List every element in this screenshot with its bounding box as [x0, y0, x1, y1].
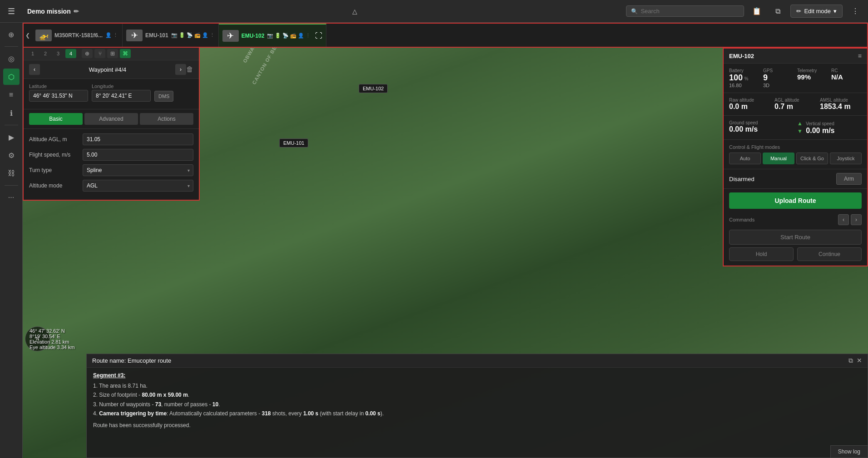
sidebar-item-tools[interactable]: ⚙: [3, 147, 20, 163]
search-input[interactable]: [641, 8, 731, 15]
prev-command-button[interactable]: ‹: [838, 214, 849, 225]
emu102-list-icon[interactable]: ≡: [858, 52, 862, 59]
auto-mode-button[interactable]: Auto: [729, 153, 761, 164]
sidebar-item-location[interactable]: ◎: [3, 50, 20, 67]
arm-button[interactable]: Arm: [836, 173, 862, 185]
emu102-info: EMU-102: [242, 33, 265, 39]
tab-advanced[interactable]: Advanced: [84, 113, 138, 125]
emu102-panel-header: EMU-102 ≡: [724, 49, 867, 64]
sidebar-item-expand[interactable]: ⊕: [3, 26, 20, 43]
emu101-person-icon[interactable]: 👤: [202, 32, 208, 38]
next-waypoint-button[interactable]: ›: [175, 64, 186, 75]
tab-basic[interactable]: Basic: [29, 113, 83, 125]
window-icon[interactable]: ⧉: [848, 357, 853, 364]
m350-avatar: 🚁: [35, 30, 52, 41]
alt-mode-label: Altitude mode: [29, 182, 79, 189]
prev-waypoint-button[interactable]: ‹: [29, 64, 40, 75]
continue-button[interactable]: Continue: [797, 247, 862, 261]
gps-label: GPS: [763, 68, 794, 73]
drone-tab-emu101[interactable]: ✈ EMU-101 📷 🔋 📡 📻 👤 ⋮: [123, 24, 219, 47]
latitude-input[interactable]: [29, 90, 88, 102]
emu101-name: EMU-101: [145, 32, 168, 39]
m350-person-icon[interactable]: 👤: [105, 32, 112, 38]
emu101-telemetry-icon[interactable]: 📡: [187, 32, 193, 38]
emu102-person-icon[interactable]: 👤: [298, 33, 304, 39]
alert-button[interactable]: △: [347, 3, 363, 20]
joystick-mode-button[interactable]: Joystick: [830, 153, 862, 164]
gps-stat: GPS 9 3D: [763, 68, 794, 88]
emu102-special-icon[interactable]: ⛶: [315, 32, 322, 40]
m350-info: M350RTK-1581f6...: [54, 32, 103, 39]
altitude-input[interactable]: [83, 133, 193, 145]
edit-mode-button[interactable]: ✏ Edit mode ▾: [790, 5, 843, 18]
tab-3[interactable]: 3: [53, 49, 64, 58]
delete-waypoint-button[interactable]: 🗑: [186, 65, 193, 74]
altitude-row: Altitude AGL, m: [29, 133, 193, 145]
speed-row: Flight speed, m/s: [29, 149, 193, 161]
agl-alt-value: 0.7 m: [774, 103, 816, 111]
fork-icon[interactable]: ⑂: [94, 49, 105, 58]
menu-button[interactable]: ☰: [0, 3, 23, 20]
rc-value: N/A: [831, 73, 862, 81]
manual-mode-button[interactable]: Manual: [763, 153, 794, 164]
tab-actions[interactable]: Actions: [140, 113, 193, 125]
upload-route-button[interactable]: Upload Route: [729, 192, 862, 209]
edit-mission-icon[interactable]: ✏: [74, 8, 79, 15]
emu102-camera-icon[interactable]: 📷: [267, 33, 273, 39]
speed-arrow-down-icon: ▼: [797, 128, 803, 134]
turn-select[interactable]: Spline Stop Straight: [83, 164, 193, 176]
chevron-down-icon: ▾: [833, 8, 837, 15]
emu102-rc-icon[interactable]: 📻: [290, 33, 296, 39]
dms-button[interactable]: DMS: [154, 91, 173, 102]
tab-2[interactable]: 2: [40, 49, 51, 58]
next-command-button[interactable]: ›: [851, 214, 862, 225]
tab-4[interactable]: 4: [65, 49, 76, 58]
m350-icons: 👤 ⋮: [105, 32, 118, 38]
sidebar-item-play[interactable]: ▶: [3, 129, 20, 145]
grid-tool-icon[interactable]: ⊞: [107, 49, 118, 58]
sidebar-item-route[interactable]: ⬡: [3, 69, 20, 85]
emu102-more-icon[interactable]: ⋮: [306, 33, 311, 39]
hold-button[interactable]: Hold: [729, 247, 794, 261]
vertical-speed-value: ▼ 0.00 m/s: [797, 127, 862, 135]
emu102-battery-icon[interactable]: 🔋: [275, 33, 281, 39]
longitude-input[interactable]: [92, 90, 151, 102]
amsl-alt-value: 1853.4 m: [820, 103, 862, 111]
raw-alt-stat: Raw altitude 0.0 m: [729, 98, 771, 111]
sidebar-item-more[interactable]: ···: [3, 189, 20, 206]
click-go-mode-button[interactable]: Click & Go: [796, 153, 828, 164]
speed-input[interactable]: [83, 149, 193, 161]
drone-header-collapse[interactable]: ❮: [24, 30, 32, 40]
sidebar-item-info[interactable]: ℹ: [3, 105, 20, 121]
start-route-button[interactable]: Start Route: [729, 230, 862, 245]
sidebar-item-layers[interactable]: ≡: [3, 87, 20, 103]
gps-value: 9: [763, 73, 794, 83]
alt-mode-select[interactable]: AGL AMSL Relative: [83, 180, 193, 192]
emu101-more-icon[interactable]: ⋮: [210, 32, 215, 38]
sidebar-item-link[interactable]: ⛓: [3, 165, 20, 182]
show-log-button[interactable]: Show log: [830, 445, 868, 458]
document-icon[interactable]: 📋: [749, 3, 765, 20]
layers-icon[interactable]: ⧉: [769, 3, 786, 20]
altitude-grid: Raw altitude 0.0 m AGL altitude 0.7 m AM…: [724, 93, 867, 116]
speed-arrow-up-icon: ▲: [797, 120, 803, 127]
m350-more-icon[interactable]: ⋮: [113, 32, 118, 38]
connect-icon[interactable]: ⌘: [120, 49, 131, 58]
waypoint-add-icon[interactable]: ⊕: [82, 49, 93, 58]
drone-tab-m350[interactable]: 🚁 M350RTK-1581f6... 👤 ⋮: [32, 24, 123, 47]
emu101-rc-icon[interactable]: 📻: [194, 32, 201, 38]
left-sidebar: ⊕ ◎ ⬡ ≡ ℹ ▶ ⚙ ⛓ ···: [0, 23, 23, 458]
tab-1[interactable]: 1: [27, 49, 38, 58]
waypoint-form: Altitude AGL, m Flight speed, m/s Turn t…: [24, 129, 199, 200]
waypoint-nav: ‹ Waypoint #4/4 › 🗑: [24, 60, 199, 79]
stats-grid: Battery 100 % 16.80 GPS 9 3D Telemetry 9…: [724, 64, 867, 93]
close-icon[interactable]: ✕: [857, 357, 862, 364]
more-menu-button[interactable]: ⋮: [847, 3, 863, 20]
emu101-camera-icon[interactable]: 📷: [171, 32, 178, 38]
emu101-battery-icon[interactable]: 🔋: [179, 32, 185, 38]
edit-mode-label: Edit mode: [804, 8, 831, 15]
emu102-telemetry-icon[interactable]: 📡: [282, 33, 289, 39]
drone-tab-emu102[interactable]: ✈ EMU-102 📷 🔋 📡 📻 👤 ⋮ ⛶: [219, 24, 327, 47]
turn-row: Turn type Spline Stop Straight ▾: [29, 164, 193, 176]
battery-value: 100: [729, 73, 743, 82]
